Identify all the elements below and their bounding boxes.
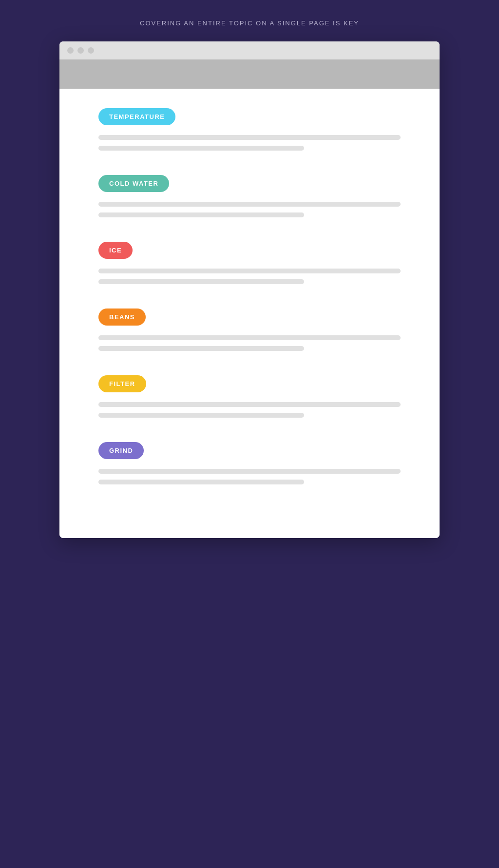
tag-beans: BEANS [98,309,146,326]
browser-dot-yellow [77,47,84,54]
placeholder-line [98,135,401,140]
tag-ice: ICE [98,242,133,259]
page-subtitle: COVERING AN ENTIRE TOPIC ON A SINGLE PAG… [140,19,359,27]
section-ice: ICE [98,242,401,284]
placeholder-line [98,335,401,340]
placeholder-line [98,346,304,351]
section-filter: FILTER [98,375,401,418]
browser-dot-red [67,47,74,54]
browser-content: TEMPERATURE COLD WATER ICE BEANS FILTER [59,89,440,538]
tag-filter: FILTER [98,375,146,392]
browser-dot-green [88,47,94,54]
placeholder-line [98,212,304,217]
placeholder-line [98,269,401,273]
placeholder-line [98,413,304,418]
section-cold-water: COLD WATER [98,175,401,217]
tag-cold-water: COLD WATER [98,175,169,192]
placeholder-line [98,469,401,474]
placeholder-line [98,146,304,151]
section-grind: GRIND [98,442,401,484]
browser-window: TEMPERATURE COLD WATER ICE BEANS FILTER [59,41,440,538]
tag-grind: GRIND [98,442,144,459]
browser-header-bar [59,59,440,89]
placeholder-line [98,480,304,484]
placeholder-line [98,279,304,284]
placeholder-line [98,202,401,207]
section-temperature: TEMPERATURE [98,108,401,151]
browser-titlebar [59,41,440,59]
placeholder-line [98,402,401,407]
tag-temperature: TEMPERATURE [98,108,175,125]
section-beans: BEANS [98,309,401,351]
